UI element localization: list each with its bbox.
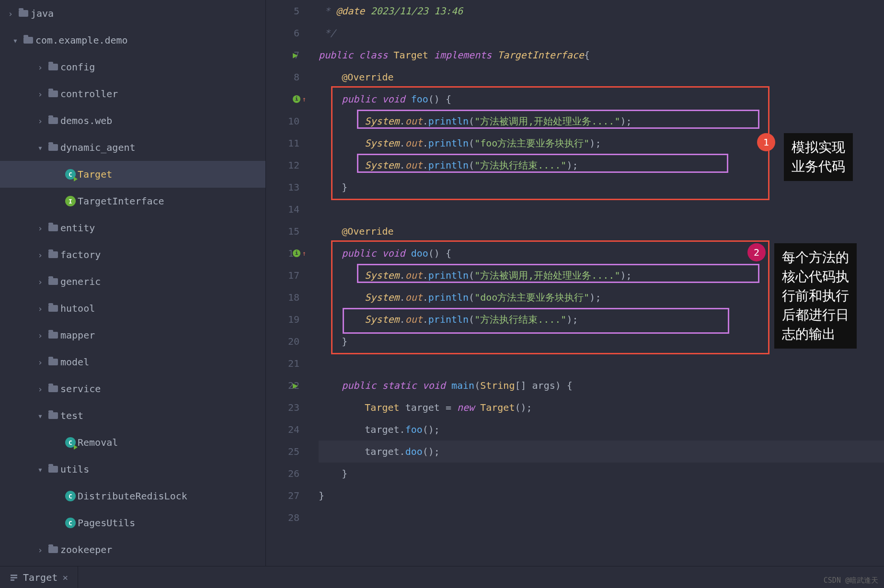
line-number: 12 <box>266 154 299 176</box>
tree-arrow-icon[interactable] <box>34 277 46 287</box>
line-number: 17 <box>266 264 299 286</box>
code-line[interactable]: target.doo(); <box>319 441 884 463</box>
tree-arrow-icon[interactable] <box>34 545 46 555</box>
line-number: 19 <box>266 308 299 330</box>
tree-arrow-icon[interactable] <box>34 384 46 394</box>
tree-item[interactable]: dynamic_agent <box>0 134 265 161</box>
tree-arrow-icon[interactable] <box>34 304 46 314</box>
code-line[interactable]: */ <box>319 22 884 44</box>
tree-item[interactable]: test <box>0 402 265 429</box>
tree-label: com.example.demo <box>35 34 128 46</box>
line-number: 8 <box>266 66 299 88</box>
line-number: 7▶ <box>266 44 299 66</box>
folder-icon <box>48 385 58 392</box>
override-icon[interactable]: ↑ <box>293 95 300 103</box>
code-line[interactable]: @Override <box>319 220 884 242</box>
override-icon[interactable]: ↑ <box>293 249 300 257</box>
annotation-bubble-1: 1 <box>757 133 775 151</box>
tree-item[interactable]: PagesUtils <box>0 509 265 536</box>
tree-item[interactable]: demos.web <box>0 107 265 134</box>
line-number: 15 <box>266 220 299 242</box>
tree-item[interactable]: Removal <box>0 429 265 456</box>
tree-label: Target <box>78 169 112 180</box>
tree-arrow-icon[interactable] <box>34 223 46 233</box>
tree-item[interactable]: TargetInterface <box>0 188 265 215</box>
tree-arrow-icon[interactable] <box>34 411 46 421</box>
tree-item[interactable]: DistributeRedisLock <box>0 483 265 509</box>
folder-icon <box>48 144 58 151</box>
annotation-2: 2 每个方法的 核心代码执 行前和执行 后都进行日 志的输出 <box>747 243 857 349</box>
run-icon[interactable]: ▶ <box>293 374 298 396</box>
line-number: 23 <box>266 396 299 418</box>
tree-item[interactable]: zookeeper <box>0 536 265 563</box>
run-icon[interactable]: ▶ <box>293 44 298 66</box>
code-line[interactable]: public class Target implements TargetInt… <box>319 44 884 66</box>
folder-icon <box>48 359 58 365</box>
line-number: 22▶ <box>266 374 299 396</box>
tree-item-package[interactable]: com.example.demo <box>0 27 265 54</box>
tree-item[interactable]: factory <box>0 241 265 268</box>
chevron-down-icon[interactable] <box>10 35 21 45</box>
chevron-right-icon[interactable] <box>5 9 16 19</box>
tree-item[interactable]: mapper <box>0 322 265 349</box>
tree-label: config <box>60 61 95 73</box>
code-editor[interactable]: 567▶89↑10111213141516↑171819202122▶23242… <box>266 0 884 566</box>
annotation-1: 1 模拟实现 业务代码 <box>757 133 853 181</box>
tree-item[interactable]: model <box>0 349 265 375</box>
tree-item[interactable]: generic <box>0 268 265 295</box>
tree-item[interactable]: hutool <box>0 295 265 322</box>
folder-icon <box>19 10 28 17</box>
tree-item[interactable]: utils <box>0 456 265 483</box>
close-icon[interactable]: × <box>62 572 68 583</box>
code-line[interactable] <box>319 198 884 220</box>
line-number: 16↑ <box>266 242 299 264</box>
tree-item[interactable]: controller <box>0 80 265 107</box>
folder-icon <box>48 117 58 124</box>
code-line[interactable]: target.foo(); <box>319 418 884 441</box>
tree-label: DistributeRedisLock <box>78 490 187 502</box>
code-line[interactable] <box>319 352 884 374</box>
line-number: 6 <box>266 22 299 44</box>
tree-arrow-icon[interactable] <box>34 357 46 367</box>
class-icon <box>65 518 76 528</box>
tree-arrow-icon[interactable] <box>34 250 46 260</box>
code-line[interactable]: Target target = new Target(); <box>319 396 884 418</box>
tree-label: PagesUtils <box>78 517 135 529</box>
folder-icon <box>48 225 58 231</box>
code-line[interactable]: public static void main(String[] args) { <box>319 374 884 396</box>
tree-item[interactable]: Target <box>0 161 265 188</box>
code-line[interactable]: * @date 2023/11/23 13:46 <box>319 0 884 22</box>
project-tree[interactable]: java com.example.demo configcontrollerde… <box>0 0 266 566</box>
line-number: 20 <box>266 330 299 352</box>
code-line[interactable]: @Override <box>319 66 884 88</box>
tree-arrow-icon[interactable] <box>34 330 46 340</box>
code-line[interactable]: System.out.println("方法被调用,开始处理业务...."); <box>319 110 884 132</box>
line-number: 14 <box>266 198 299 220</box>
class-icon <box>65 491 76 501</box>
tree-arrow-icon[interactable] <box>34 464 46 475</box>
tree-arrow-icon[interactable] <box>34 116 46 126</box>
tree-item-java[interactable]: java <box>0 0 265 27</box>
tree-item[interactable]: entity <box>0 215 265 241</box>
tree-label: dynamic_agent <box>60 142 136 153</box>
folder-icon <box>48 90 58 97</box>
line-number: 18 <box>266 286 299 308</box>
code-line[interactable] <box>319 507 884 529</box>
tree-item[interactable]: service <box>0 375 265 402</box>
structure-icon <box>10 573 18 582</box>
bottom-tab-target[interactable]: Target × <box>0 566 78 588</box>
code-line[interactable]: } <box>319 463 884 485</box>
annotation-bubble-2: 2 <box>747 243 766 261</box>
svg-rect-0 <box>11 575 17 576</box>
tree-item[interactable]: config <box>0 54 265 80</box>
code-line[interactable]: } <box>319 485 884 507</box>
folder-icon <box>23 37 33 44</box>
code-line[interactable]: public void foo() { <box>319 88 884 110</box>
tree-arrow-icon[interactable] <box>34 62 46 72</box>
folder-icon <box>48 332 58 339</box>
line-number: 28 <box>266 507 299 529</box>
annotation-text-2: 每个方法的 核心代码执 行前和执行 后都进行日 志的输出 <box>774 243 857 349</box>
tree-arrow-icon[interactable] <box>34 143 46 153</box>
tree-arrow-icon[interactable] <box>34 89 46 99</box>
line-number: 5 <box>266 0 299 22</box>
